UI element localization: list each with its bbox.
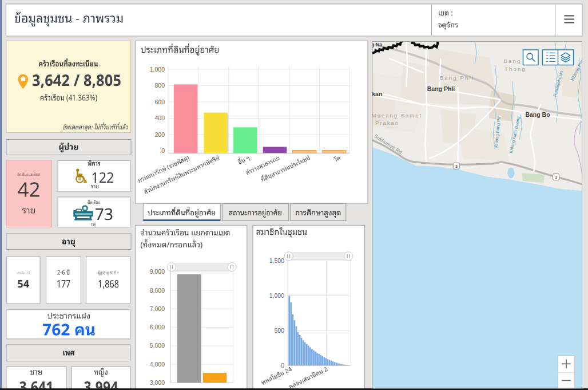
svg-text:600: 600 [154,99,165,105]
svg-text:7,000: 7,000 [150,305,165,312]
svg-text:400: 400 [154,115,165,121]
svg-text:Bang Bo: Bang Bo [525,111,550,118]
svg-text:8,000: 8,000 [150,287,165,294]
svg-text:800: 800 [154,82,165,89]
svg-text:Thong: Thong [504,66,526,72]
svg-text:0: 0 [281,362,284,369]
svg-text:4,000: 4,000 [150,361,165,368]
svg-text:kan: kan [372,90,382,97]
svg-text:3: 3 [555,175,558,180]
svg-text:3,000: 3,000 [150,379,165,386]
svg-text:1,000: 1,000 [269,292,284,299]
svg-text:3: 3 [455,164,458,169]
svg-text:9,000: 9,000 [150,268,165,275]
svg-text:Bang: Bang [504,58,522,64]
svg-text:Prakan: Prakan [375,120,399,126]
svg-text:Mueang Samut: Mueang Samut [372,112,422,119]
svg-text:500: 500 [274,327,284,334]
svg-text:200: 200 [154,131,165,138]
svg-text:Bang Phli: Bang Phli [440,74,474,81]
svg-text:0: 0 [161,147,165,154]
svg-text:6,000: 6,000 [150,324,165,330]
svg-text:5,000: 5,000 [150,342,165,349]
svg-text:1,000: 1,000 [150,66,165,73]
svg-text:1,500: 1,500 [269,257,284,264]
svg-text:Bang Phli: Bang Phli [427,85,455,92]
